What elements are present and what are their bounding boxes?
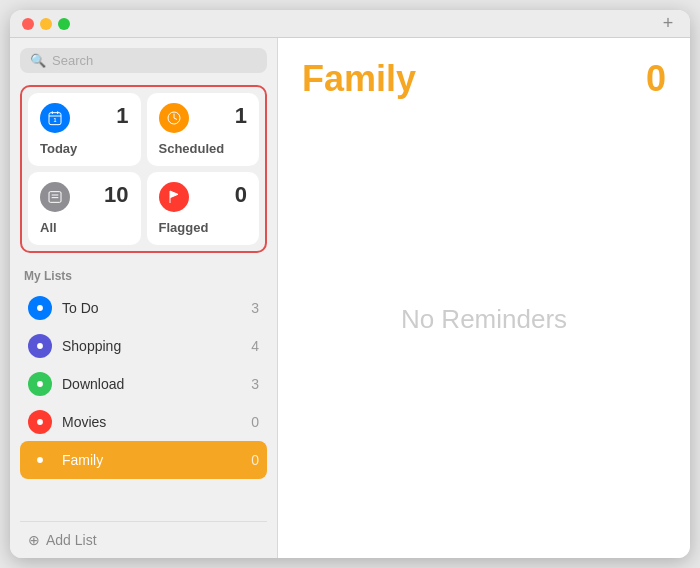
list-item-todo[interactable]: To Do 3	[20, 289, 267, 327]
download-name: Download	[62, 376, 241, 392]
list-item-shopping[interactable]: Shopping 4	[20, 327, 267, 365]
list-item-movies[interactable]: Movies 0	[20, 403, 267, 441]
svg-rect-6	[49, 192, 61, 203]
movies-dot	[28, 410, 52, 434]
minimize-button[interactable]	[40, 18, 52, 30]
main-content: Family 0 No Reminders	[278, 38, 690, 558]
smart-card-today-top: 1 1	[40, 103, 129, 133]
scheduled-count: 1	[235, 103, 247, 129]
add-button[interactable]: +	[658, 14, 678, 34]
all-count: 10	[104, 182, 128, 208]
today-count: 1	[116, 103, 128, 129]
svg-point-11	[37, 381, 43, 387]
today-label: Today	[40, 141, 129, 156]
shopping-count: 4	[251, 338, 259, 354]
list-items-container: To Do 3 Shopping 4 Download	[20, 289, 267, 517]
smart-card-scheduled[interactable]: 1 Scheduled	[147, 93, 260, 166]
my-lists-header: My Lists	[20, 269, 267, 283]
app-window: + 🔍 Search	[10, 10, 690, 558]
search-icon: 🔍	[30, 53, 46, 68]
shopping-dot	[28, 334, 52, 358]
list-item-download[interactable]: Download 3	[20, 365, 267, 403]
smart-card-all-top: 10	[40, 182, 129, 212]
no-reminders-label: No Reminders	[302, 100, 666, 538]
main-count: 0	[646, 58, 666, 100]
smart-card-today[interactable]: 1 1 Today	[28, 93, 141, 166]
svg-point-10	[37, 343, 43, 349]
search-placeholder: Search	[52, 53, 93, 68]
flagged-icon	[159, 182, 189, 212]
main-title: Family	[302, 58, 416, 100]
todo-name: To Do	[62, 300, 241, 316]
add-list-button[interactable]: ⊕ Add List	[20, 521, 267, 558]
download-count: 3	[251, 376, 259, 392]
svg-point-13	[37, 457, 43, 463]
family-name: Family	[62, 452, 241, 468]
movies-count: 0	[251, 414, 259, 430]
smart-card-flagged[interactable]: 0 Flagged	[147, 172, 260, 245]
svg-point-12	[37, 419, 43, 425]
add-list-label: Add List	[46, 532, 97, 548]
smart-card-flagged-top: 0	[159, 182, 248, 212]
smart-lists-grid: 1 1 Today	[20, 85, 267, 253]
svg-point-9	[37, 305, 43, 311]
titlebar: +	[10, 10, 690, 38]
movies-name: Movies	[62, 414, 241, 430]
scheduled-icon	[159, 103, 189, 133]
close-button[interactable]	[22, 18, 34, 30]
add-list-icon: ⊕	[28, 532, 40, 548]
smart-card-all[interactable]: 10 All	[28, 172, 141, 245]
all-icon	[40, 182, 70, 212]
family-count: 0	[251, 452, 259, 468]
family-dot	[28, 448, 52, 472]
search-bar[interactable]: 🔍 Search	[20, 48, 267, 73]
main-header: Family 0	[302, 58, 666, 100]
content-area: 🔍 Search 1	[10, 38, 690, 558]
todo-count: 3	[251, 300, 259, 316]
download-dot	[28, 372, 52, 396]
list-item-family[interactable]: Family 0	[20, 441, 267, 479]
traffic-lights	[22, 18, 70, 30]
todo-dot	[28, 296, 52, 320]
svg-text:1: 1	[54, 117, 57, 123]
sidebar: 🔍 Search 1	[10, 38, 278, 558]
flagged-count: 0	[235, 182, 247, 208]
shopping-name: Shopping	[62, 338, 241, 354]
smart-card-scheduled-top: 1	[159, 103, 248, 133]
today-icon: 1	[40, 103, 70, 133]
all-label: All	[40, 220, 129, 235]
scheduled-label: Scheduled	[159, 141, 248, 156]
maximize-button[interactable]	[58, 18, 70, 30]
flagged-label: Flagged	[159, 220, 248, 235]
